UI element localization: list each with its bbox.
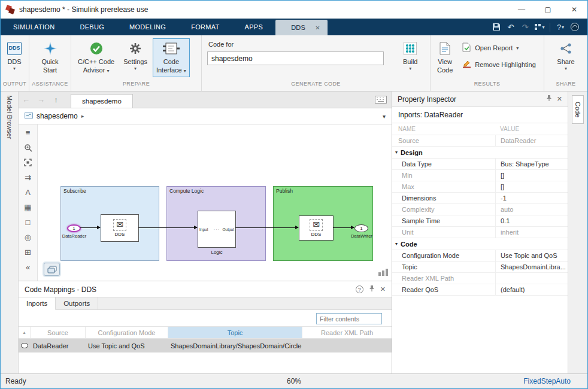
canvas-row: ≡ ⇉ A ▦ □ ◎ ⊞ « — [19, 124, 392, 281]
subscribe-dds-block[interactable]: ✉ DDS — [101, 214, 139, 242]
code-advisor-button[interactable]: C/C++ Code Advisor ▾ — [74, 38, 118, 77]
remove-highlighting-button[interactable]: Remove Highlighting — [460, 57, 538, 71]
fit-to-view-icon[interactable] — [22, 157, 34, 168]
property-row-reader-xml-path[interactable]: Reader XML Path — [392, 273, 568, 284]
area-icon[interactable]: □ — [22, 217, 34, 227]
open-report-button[interactable]: Open Report ▾ — [460, 41, 538, 55]
compute-logic-area[interactable]: Compute Logic Input ··· Output Logic — [166, 186, 266, 261]
table-row-datareader[interactable]: DataReader Use Topic and QoS ShapesDomai… — [19, 339, 392, 352]
property-row-sample-time[interactable]: Sample Time 0.1 — [392, 215, 568, 227]
tab-simulation[interactable]: SIMULATION — [1, 19, 67, 35]
account-icon[interactable] — [568, 20, 581, 34]
logic-content-icon: ··· — [214, 227, 220, 232]
settings-button[interactable]: Settings ▾ — [120, 38, 151, 75]
grid-icon[interactable]: ⊞ — [22, 247, 34, 257]
view-code-button[interactable]: View Code — [434, 38, 456, 77]
zoom-in-icon[interactable] — [22, 142, 34, 153]
quick-start-button[interactable]: Quick Start — [38, 38, 62, 77]
share-button[interactable]: Share ▾ — [553, 38, 578, 75]
dropdown-caret-icon: ▾ — [409, 66, 411, 72]
subscribe-area[interactable]: Subscribe 1 DataReader ✉ DDS — [60, 186, 159, 261]
dds-icon: DDS — [7, 41, 22, 56]
section-design[interactable]: ▾ Design — [392, 147, 568, 159]
dds-output-button[interactable]: DDS DDS ▾ — [4, 38, 25, 75]
pin-icon[interactable] — [369, 285, 375, 294]
minimize-button[interactable]: — — [508, 1, 535, 19]
close-panel-icon[interactable]: ✕ — [557, 95, 562, 103]
back-icon[interactable]: ← — [19, 92, 34, 108]
close-panel-icon[interactable]: ✕ — [380, 285, 386, 293]
envelope-icon: ✉ — [113, 219, 126, 230]
save-icon[interactable] — [490, 20, 503, 34]
signal-wire[interactable] — [235, 227, 298, 228]
property-row-data-type[interactable]: Data Type Bus: ShapeType — [392, 159, 568, 170]
property-row-unit[interactable]: Unit inherit — [392, 227, 568, 238]
canvas-resize-grip[interactable] — [378, 269, 388, 276]
signal-wire[interactable] — [333, 227, 354, 228]
breadcrumb-model-name[interactable]: shapesdemo — [37, 112, 78, 120]
property-row-configuration-mode[interactable]: Configuration Mode Use Topic and QoS — [392, 250, 568, 262]
viewmark-icon[interactable]: ◎ — [22, 232, 34, 242]
filter-contents-input[interactable] — [316, 313, 382, 324]
sort-icon[interactable]: ▴ — [23, 330, 25, 335]
column-topic[interactable]: Topic — [168, 327, 302, 338]
tab-apps[interactable]: APPS — [232, 19, 276, 35]
keyboard-shortcuts-icon[interactable] — [375, 92, 387, 108]
code-side-tab[interactable]: Code — [572, 95, 584, 124]
property-row-source[interactable]: Source DataReader — [392, 135, 568, 147]
tab-outports[interactable]: Outports — [56, 297, 98, 309]
publish-area-title: Publish — [276, 188, 293, 194]
redo-icon[interactable]: ↷ — [519, 20, 532, 34]
pin-icon[interactable] — [546, 95, 552, 104]
annotation-icon[interactable]: A — [22, 187, 34, 197]
up-icon[interactable]: ↑ — [49, 92, 63, 108]
tab-close-icon[interactable]: ✕ — [315, 25, 320, 31]
model-canvas[interactable]: Subscribe 1 DataReader ✉ DDS Compute Log… — [38, 124, 392, 281]
solver-link[interactable]: FixedStepAuto — [523, 377, 587, 385]
customize-toolbar-icon[interactable]: ▾ — [533, 20, 546, 34]
tab-format[interactable]: FORMAT — [178, 19, 232, 35]
code-interface-button[interactable]: Code Interface ▾ — [153, 38, 190, 77]
datawriter-outport-label: DataWriter — [348, 233, 375, 239]
section-label-assistance: ASSISTANCE — [29, 81, 71, 91]
section-code[interactable]: ▾ Code — [392, 238, 568, 250]
property-row-reader-qos[interactable]: Reader QoS (default) — [392, 284, 568, 296]
undo-icon[interactable]: ↶ — [504, 20, 517, 34]
model-browser-tab[interactable]: Model Browser — [6, 95, 13, 139]
collapse-palette-icon[interactable]: « — [22, 262, 34, 272]
code-for-model-input[interactable] — [207, 51, 384, 65]
hamburger-icon[interactable]: ≡ — [22, 127, 34, 138]
route-arrows-icon[interactable]: ⇉ — [22, 172, 34, 183]
signal-wire[interactable] — [80, 227, 100, 228]
column-source[interactable]: Source — [31, 327, 86, 338]
perspectives-button[interactable] — [44, 263, 60, 276]
column-reader-xml-path[interactable]: Reader XML Path — [302, 327, 392, 338]
image-icon[interactable]: ▦ — [22, 202, 34, 212]
tab-inports[interactable]: Inports — [19, 297, 56, 310]
property-row-dimensions[interactable]: Dimensions -1 — [392, 193, 568, 204]
help-circle-icon[interactable]: ? — [356, 285, 363, 293]
datawriter-outport-block[interactable]: 1 — [354, 224, 368, 232]
maximize-button[interactable]: ▢ — [535, 1, 561, 19]
publish-dds-block[interactable]: ✉ DDS — [299, 215, 334, 241]
tab-dds[interactable]: DDS ✕ — [275, 20, 328, 35]
tab-debug[interactable]: DEBUG — [67, 19, 117, 35]
close-button[interactable]: ✕ — [561, 1, 587, 19]
property-row-max[interactable]: Max [] — [392, 181, 568, 193]
signal-wire[interactable] — [138, 227, 197, 228]
logic-block[interactable]: Input ··· Output Logic — [198, 211, 236, 248]
tab-modeling[interactable]: MODELING — [117, 19, 178, 35]
property-row-complexity[interactable]: Complexity auto — [392, 204, 568, 215]
forward-icon[interactable]: → — [34, 92, 49, 108]
code-mappings-title: Code Mappings - DDS — [25, 285, 96, 294]
datareader-inport-block[interactable]: 1 — [67, 224, 81, 232]
build-button[interactable]: Build ▾ — [399, 38, 421, 75]
breadcrumb-dropdown-icon[interactable]: ▾ — [383, 113, 386, 120]
column-configuration-mode[interactable]: Configuration Mode — [86, 327, 168, 338]
property-row-min[interactable]: Min [] — [392, 170, 568, 181]
property-row-topic[interactable]: Topic ShapesDomainLibra... — [392, 262, 568, 273]
help-icon[interactable]: ?▾ — [554, 20, 567, 34]
document-tab-shapesdemo[interactable]: shapesdemo — [71, 94, 133, 108]
publish-area[interactable]: Publish ✉ DDS 1 DataWriter — [273, 186, 373, 261]
ribbon: DDS DDS ▾ OUTPUT Quick Start ASSISTANCE — [1, 35, 587, 92]
